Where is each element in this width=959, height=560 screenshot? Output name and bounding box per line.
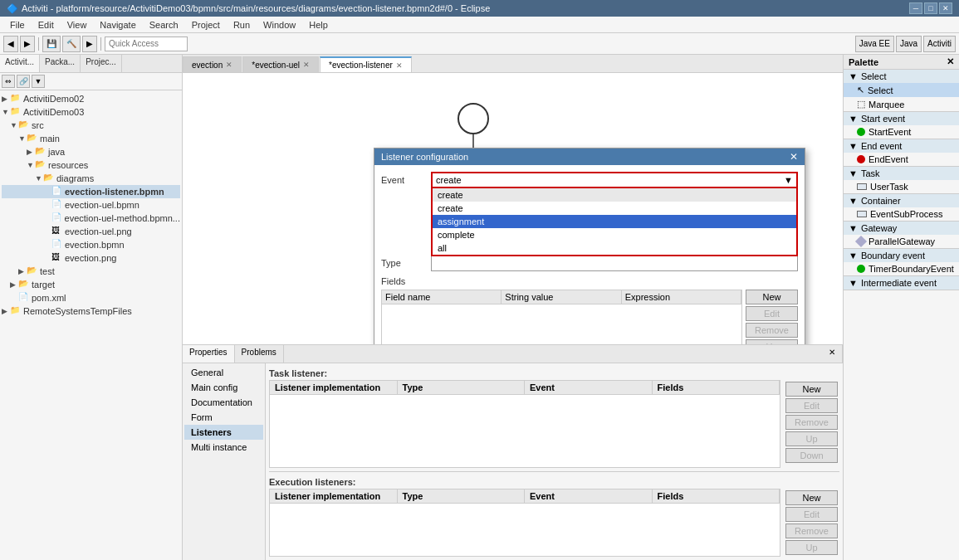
menu-window[interactable]: Window [257, 18, 302, 32]
tree-item-evection-listener-bpmn[interactable]: 📄 evection-listener.bpmn [2, 185, 180, 198]
palette-section-header-container[interactable]: ▼ Container [844, 194, 959, 207]
tab-close[interactable]: ✕ [396, 61, 403, 70]
dropdown-item-create2[interactable]: create [433, 202, 796, 215]
palette-section-header-select[interactable]: ▼ Select [844, 70, 959, 83]
palette-section-header-intermediate[interactable]: ▼ Intermediate event [844, 276, 959, 290]
quick-access-input[interactable] [105, 37, 188, 51]
tree-arrow: ▼ [27, 161, 35, 169]
dropdown-item-create[interactable]: create [433, 188, 796, 202]
palette-section-header-boundary[interactable]: ▼ Boundary event [844, 249, 959, 262]
palette-item-eventsubprocess[interactable]: EventSubProcess [844, 207, 959, 221]
palette-item-timer-boundary[interactable]: TimerBoundaryEvent [844, 262, 959, 275]
tree-item-remote[interactable]: ▶ 📁 RemoteSystemsTempFiles [2, 304, 180, 318]
task-remove-btn[interactable]: Remove [785, 415, 838, 430]
exec-edit-btn[interactable]: Edit [785, 507, 838, 522]
titlebar-controls[interactable]: ─ □ ✕ [909, 2, 952, 14]
bottom-tab-properties[interactable]: Properties [183, 345, 235, 363]
menu-edit[interactable]: Edit [32, 18, 61, 32]
dialog-close-button[interactable]: ✕ [790, 151, 798, 163]
tree-item-evection-uel-method[interactable]: 📄 evection-uel-method.bpmn... [2, 212, 180, 225]
fields-up-btn[interactable]: Up [746, 339, 798, 344]
exec-remove-btn[interactable]: Remove [785, 523, 838, 538]
event-select[interactable]: create ▼ [431, 172, 798, 188]
menu-file[interactable]: File [3, 18, 32, 32]
panel-menu-btn[interactable]: ▼ [32, 75, 45, 88]
tree-item-java[interactable]: ▶ 📂 java [2, 145, 180, 158]
tab-activiti[interactable]: Activit... [0, 55, 40, 72]
exec-up-btn[interactable]: Up [785, 540, 838, 555]
tree-item-src[interactable]: ▼ 📂 src [2, 119, 180, 132]
java-ee-button[interactable]: Java EE [855, 36, 894, 52]
fields-new-btn[interactable]: New [746, 290, 798, 304]
toolbar-btn-3[interactable]: 🔨 [62, 36, 81, 52]
fields-remove-btn[interactable]: Remove [746, 323, 798, 338]
collapse-all-btn[interactable]: ⇔ [2, 75, 15, 88]
palette-section-header-end[interactable]: ▼ End event [844, 139, 959, 153]
link-editor-btn[interactable]: 🔗 [17, 75, 30, 88]
dropdown-item-assignment[interactable]: assignment [433, 215, 796, 228]
palette-item-marquee[interactable]: ⬚ Marquee [844, 97, 959, 111]
menu-project[interactable]: Project [185, 18, 227, 32]
bottom-panel-close[interactable]: ✕ [822, 345, 843, 363]
nav-general[interactable]: General [184, 365, 263, 380]
tree-item-test[interactable]: ▶ 📂 test [2, 265, 180, 278]
menu-view[interactable]: View [61, 18, 94, 32]
palette-section-header-start[interactable]: ▼ Start event [844, 112, 959, 125]
toolbar-btn-2[interactable]: ▶ [20, 36, 35, 52]
tree-item-evection-png[interactable]: 🖼 evection.png [2, 251, 180, 265]
tab-package[interactable]: Packa... [40, 55, 81, 72]
bottom-tab-problems[interactable]: Problems [235, 345, 284, 363]
nav-documentation[interactable]: Documentation [184, 395, 263, 410]
menu-run[interactable]: Run [227, 18, 257, 32]
tab-evection-uel[interactable]: *evection-uel ✕ [242, 56, 319, 72]
palette-item-select[interactable]: ↖ Select [844, 83, 959, 97]
tree-item-evection-bpmn[interactable]: 📄 evection.bpmn [2, 238, 180, 251]
menu-search[interactable]: Search [143, 18, 185, 32]
toolbar-btn-4[interactable]: ▶ [82, 36, 97, 52]
palette-section-boundary: ▼ Boundary event TimerBoundaryEvent [844, 249, 959, 276]
tab-close[interactable]: ✕ [303, 61, 310, 69]
toolbar-btn-1[interactable]: ◀ [3, 36, 18, 52]
close-button[interactable]: ✕ [939, 2, 952, 14]
tree-item-diagrams[interactable]: ▼ 📂 diagrams [2, 172, 180, 185]
toolbar-save[interactable]: 💾 [42, 36, 61, 52]
tree-item-activitidemo03[interactable]: ▼ 📁 ActivitiDemo03 [2, 105, 180, 119]
tree-item-evection-uel-bpmn[interactable]: 📄 evection-uel.bpmn [2, 198, 180, 212]
palette-item-start-event[interactable]: StartEvent [844, 125, 959, 139]
palette-section-header-task[interactable]: ▼ Task [844, 167, 959, 180]
tree-item-activitidemo02[interactable]: ▶ 📁 ActivitiDemo02 [2, 92, 180, 105]
nav-listeners[interactable]: Listeners [184, 425, 263, 440]
nav-form[interactable]: Form [184, 410, 263, 425]
tree-item-evection-uel-png[interactable]: 🖼 evection-uel.png [2, 225, 180, 238]
type-input[interactable] [431, 255, 798, 271]
dropdown-item-complete[interactable]: complete [433, 228, 796, 241]
task-new-btn[interactable]: New [785, 382, 838, 397]
palette-item-end-event[interactable]: EndEvent [844, 153, 959, 166]
tree-item-pom[interactable]: 📄 pom.xml [2, 291, 180, 304]
nav-multi-instance[interactable]: Multi instance [184, 440, 263, 455]
tab-close[interactable]: ✕ [226, 61, 232, 69]
palette-item-parallel-gateway[interactable]: ParallelGateway [844, 235, 959, 248]
palette-item-usertask[interactable]: UserTask [844, 180, 959, 193]
minimize-button[interactable]: ─ [909, 2, 922, 14]
activiti-button[interactable]: Activiti [923, 36, 956, 52]
task-up-btn[interactable]: Up [785, 431, 838, 446]
fields-edit-btn[interactable]: Edit [746, 306, 798, 321]
maximize-button[interactable]: □ [924, 2, 937, 14]
menu-navigate[interactable]: Navigate [93, 18, 142, 32]
palette-collapse-icon[interactable]: ✕ [947, 56, 954, 67]
tree-item-main[interactable]: ▼ 📂 main [2, 132, 180, 145]
tree-item-target[interactable]: ▶ 📂 target [2, 278, 180, 291]
tab-project[interactable]: Projec... [81, 55, 122, 72]
exec-new-btn[interactable]: New [785, 490, 838, 505]
task-edit-btn[interactable]: Edit [785, 398, 838, 413]
nav-main-config[interactable]: Main config [184, 380, 263, 395]
task-down-btn[interactable]: Down [785, 448, 838, 463]
tab-evection-listener[interactable]: *evection-listener ✕ [320, 56, 412, 72]
dropdown-item-all[interactable]: all [433, 241, 796, 255]
java-button[interactable]: Java [896, 36, 922, 52]
tree-item-resources[interactable]: ▼ 📂 resources [2, 158, 180, 172]
tab-evection[interactable]: evection ✕ [183, 56, 242, 72]
palette-section-header-gateway[interactable]: ▼ Gateway [844, 222, 959, 235]
menu-help[interactable]: Help [302, 18, 335, 32]
